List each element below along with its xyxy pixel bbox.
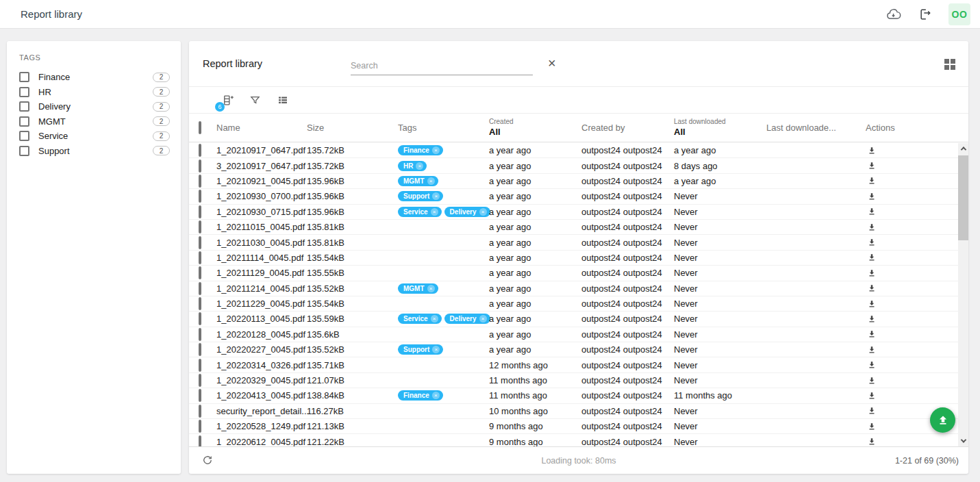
remove-tag-icon[interactable]: × [479,208,487,216]
row-checkbox[interactable] [199,282,201,295]
remove-tag-icon[interactable]: × [432,392,440,399]
refresh-icon[interactable] [201,454,215,468]
column-header-created-by[interactable]: Created by [581,123,674,133]
tag-filter-item[interactable]: HR 2 [19,85,170,100]
download-icon[interactable] [866,359,878,371]
file-created-by: outpost24 outpost24 [581,390,674,401]
remove-tag-icon[interactable]: × [432,346,440,353]
scroll-up-icon[interactable] [958,143,968,154]
search-field-wrap [351,59,533,75]
download-icon[interactable] [866,160,878,172]
download-icon[interactable] [866,144,878,157]
file-size: 121.07kB [307,375,398,385]
remove-tag-icon[interactable]: × [479,315,487,322]
download-icon[interactable] [866,282,878,294]
row-checkbox[interactable] [199,389,201,402]
row-checkbox[interactable] [199,343,201,356]
download-icon[interactable] [866,236,878,249]
remove-tag-icon[interactable]: × [431,315,438,322]
view-list-icon[interactable] [276,94,289,107]
upload-button[interactable] [930,407,955,433]
file-last-downloaded: 8 days ago [674,161,766,171]
tag-filter-item[interactable]: MGMT 2 [19,114,170,129]
column-header-tags[interactable]: Tags [398,123,489,133]
download-icon[interactable] [866,298,878,310]
download-icon[interactable] [866,328,878,340]
row-checkbox[interactable] [199,312,201,325]
tag-filter-item[interactable]: Support 2 [19,144,170,159]
row-checkbox[interactable] [199,328,201,341]
vertical-scrollbar[interactable] [958,143,968,446]
download-icon[interactable] [866,390,878,402]
row-checkbox[interactable] [199,266,201,279]
download-icon[interactable] [866,435,878,446]
last-downloaded-filter[interactable]: All [674,127,766,138]
row-checkbox[interactable] [199,175,201,188]
remove-tag-icon[interactable]: × [432,192,440,200]
tag-checkbox[interactable] [19,146,29,156]
cloud-download-icon[interactable] [885,6,902,23]
download-icon[interactable] [866,375,878,387]
download-icon[interactable] [866,190,878,203]
row-checkbox[interactable] [199,359,201,372]
remove-tag-icon[interactable]: × [427,177,435,185]
download-icon[interactable] [866,175,878,187]
grid-view-icon[interactable] [944,59,956,71]
download-icon[interactable] [866,405,878,417]
remove-tag-icon[interactable]: × [432,147,440,154]
add-column-icon[interactable]: 6 [221,94,234,107]
row-checkbox[interactable] [199,190,201,203]
table-row: 1_20211015_0045.pdf 135.81kB a year ago … [189,220,958,235]
table-row: 1_20211214_0045.pdf 135.52kB MGMT× a yea… [189,281,958,296]
download-icon[interactable] [866,344,878,356]
created-filter[interactable]: All [489,127,581,138]
tag-checkbox[interactable] [19,131,29,141]
remove-tag-icon[interactable]: × [427,285,435,292]
column-header-last-downloaded-by[interactable]: Last downloade... [766,123,860,133]
tag-filter-item[interactable]: Finance 2 [19,70,170,85]
download-icon[interactable] [866,251,878,264]
row-checkbox[interactable] [199,144,201,157]
row-checkbox[interactable] [199,297,201,310]
column-header-name[interactable]: Name [216,123,307,133]
row-checkbox[interactable] [199,236,201,249]
table-footer: Loading took: 80ms 1-21 of 69 (30%) [189,446,968,474]
tag-checkbox[interactable] [19,116,29,127]
download-icon[interactable] [866,267,878,279]
tag-filter-item[interactable]: Delivery 2 [19,99,170,114]
scrollbar-thumb[interactable] [958,155,968,240]
logout-icon[interactable] [917,6,933,23]
remove-tag-icon[interactable]: × [416,162,423,170]
row-checkbox[interactable] [199,374,201,387]
tag-checkbox[interactable] [19,101,29,112]
remove-tag-icon[interactable]: × [431,208,438,216]
row-checkbox[interactable] [199,220,201,233]
row-checkbox[interactable] [199,420,201,433]
tag-checkbox[interactable] [19,72,29,82]
download-icon[interactable] [866,313,878,325]
file-created: a year ago [489,314,581,324]
tag-chip: HR× [398,161,427,171]
scroll-down-icon[interactable] [958,435,968,446]
column-header-size[interactable]: Size [307,123,398,133]
row-checkbox[interactable] [199,205,201,218]
row-checkbox[interactable] [199,160,201,173]
tag-checkbox[interactable] [19,87,29,97]
row-checkbox[interactable] [199,251,201,264]
file-name: 1_20211114_0045.pdf [216,253,307,263]
row-checkbox[interactable] [199,435,201,446]
download-icon[interactable] [866,205,878,218]
table-row: 1_20211129_0045.pdf 135.55kB a year ago … [189,266,958,281]
select-all-checkbox[interactable] [199,121,201,134]
download-icon[interactable] [866,420,878,433]
topbar-actions: OO [885,0,970,29]
tag-filter-item[interactable]: Service 2 [19,129,170,144]
avatar[interactable]: OO [948,3,970,25]
close-icon[interactable]: × [548,56,556,70]
tag-chip-label: MGMT [403,177,425,185]
filter-icon[interactable] [249,94,262,107]
table-row: 1_20220113_0045.pdf 135.59kB Service×Del… [189,312,958,327]
row-checkbox[interactable] [199,405,201,418]
search-input[interactable] [351,59,533,75]
download-icon[interactable] [866,221,878,233]
